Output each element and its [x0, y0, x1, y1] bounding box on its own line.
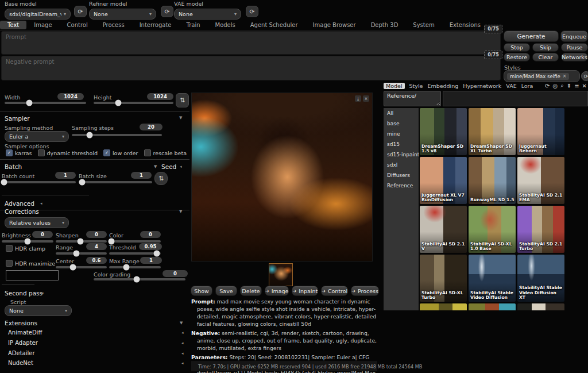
- model-card[interactable]: StabilityAI SD 2.1 EMA: [517, 157, 564, 204]
- model-card[interactable]: StabilityAI SD 2.1 Turbo: [517, 206, 564, 253]
- image-thumbnail[interactable]: [269, 263, 293, 286]
- list-view-icon[interactable]: ≡: [574, 83, 579, 89]
- details-icon[interactable]: ◎: [552, 83, 558, 89]
- save-button[interactable]: Save: [215, 286, 237, 296]
- max-range-slider[interactable]: [109, 266, 161, 268]
- tab-text[interactable]: Text: [0, 21, 26, 29]
- model-card[interactable]: [420, 303, 467, 310]
- styles-refresh-button[interactable]: ⟳: [581, 71, 588, 81]
- color-slider[interactable]: [109, 240, 161, 243]
- color-grading-slider[interactable]: [94, 278, 185, 280]
- model-card[interactable]: DreamShaper SD XL Turbo: [469, 108, 516, 155]
- restore-button[interactable]: Restore: [504, 53, 530, 61]
- extension-nudenet[interactable]: NudeNet: [8, 360, 33, 366]
- search-icon[interactable]: ⌕: [560, 82, 564, 89]
- send-to-control-button[interactable]: ➔Control: [321, 286, 348, 296]
- folder-base[interactable]: base: [384, 118, 419, 129]
- send-to-inpaint-button[interactable]: ➔Inpaint: [292, 286, 318, 296]
- hdr-clamp-checkbox[interactable]: ✓HDR clamp: [6, 245, 45, 252]
- model-card[interactable]: StabilityAI Stable Video Diffusion XT: [517, 255, 564, 302]
- rescale-beta-checkbox[interactable]: ✓rescale beta: [144, 149, 187, 156]
- refresh-icon[interactable]: ⟳: [545, 83, 550, 89]
- base-model-refresh-button[interactable]: ⟳: [74, 6, 87, 17]
- script-dropdown[interactable]: None ▾: [5, 305, 72, 316]
- batch-size-slider[interactable]: [79, 181, 152, 183]
- model-card[interactable]: RunwayML SD 1.5: [469, 157, 516, 204]
- slider-handle[interactable]: [115, 100, 122, 106]
- refiner-model-refresh-button[interactable]: ⟳: [161, 6, 173, 17]
- networks-tab-style[interactable]: Style: [409, 83, 423, 89]
- folder-diffusers[interactable]: Diffusers: [384, 170, 419, 180]
- slider-handle[interactable]: [79, 179, 86, 186]
- model-card[interactable]: StabilityAI SD 2.1 V: [420, 206, 467, 253]
- range-slider[interactable]: [56, 252, 107, 255]
- slider-handle[interactable]: [70, 264, 76, 271]
- expand-ip-adapter-icon[interactable]: ◂: [181, 341, 184, 345]
- advanced-section-label[interactable]: Advanced: [5, 200, 34, 207]
- networks-tab-hypernetwork[interactable]: Hypernetwork: [463, 83, 501, 89]
- dynamic-threshold-checkbox[interactable]: ✓dynamic threshold: [38, 149, 98, 156]
- styles-dropdown[interactable]: mine/Mad Max selfie ×: [504, 70, 580, 82]
- checkbox[interactable]: ✓: [144, 149, 151, 156]
- download-image-button[interactable]: ⤓: [355, 95, 361, 102]
- expand-advanced-icon[interactable]: ◂: [40, 201, 42, 206]
- tab-system[interactable]: System: [405, 21, 442, 29]
- slider-handle[interactable]: [77, 239, 83, 245]
- slider-handle[interactable]: [25, 239, 31, 245]
- vae-model-refresh-button[interactable]: ⟳: [246, 6, 258, 17]
- refiner-model-dropdown[interactable]: None ▾: [89, 9, 156, 20]
- karras-checkbox[interactable]: ✓karras: [6, 149, 32, 156]
- folder-reference[interactable]: Reference: [384, 180, 419, 191]
- center-slider[interactable]: [56, 266, 107, 268]
- extension-animatediff[interactable]: AnimateDiff: [8, 329, 42, 336]
- generated-image[interactable]: ⤓ ✕: [191, 93, 373, 262]
- collapse-sampler-icon[interactable]: ▼: [179, 116, 182, 120]
- skip-button[interactable]: Skip: [532, 43, 559, 52]
- second-pass-section-label[interactable]: Second pass: [5, 290, 42, 297]
- width-slider[interactable]: [5, 102, 86, 104]
- sampling-steps-slider[interactable]: [72, 134, 162, 136]
- slider-handle[interactable]: [1, 179, 7, 186]
- show-button[interactable]: Show: [191, 286, 212, 296]
- networks-button[interactable]: Networks: [561, 53, 588, 61]
- close-icon[interactable]: ✕: [582, 83, 587, 89]
- slider-handle[interactable]: [87, 132, 93, 139]
- checkbox[interactable]: ✓: [38, 149, 45, 156]
- slider-handle[interactable]: [26, 100, 32, 106]
- model-card[interactable]: Juggernaut XL V7 RunDiffusion: [420, 157, 467, 204]
- extension-adetailer[interactable]: ADetailer: [8, 350, 35, 356]
- remove-style-icon[interactable]: ×: [563, 74, 567, 79]
- folder-sdxl[interactable]: sdxl: [384, 160, 419, 170]
- clear-button[interactable]: Clear: [532, 53, 559, 61]
- stop-button[interactable]: Stop: [504, 43, 530, 52]
- checkbox[interactable]: ✓: [6, 149, 13, 156]
- sampling-method-dropdown[interactable]: Euler a ▾: [5, 131, 69, 142]
- folder-all[interactable]: All: [384, 108, 419, 118]
- model-card[interactable]: StabilityAI SD-XL Turbo: [420, 255, 467, 302]
- model-card[interactable]: StabilityAI SD-XL 1.0 Base: [469, 206, 516, 253]
- expand-second-pass-icon[interactable]: ◂: [41, 291, 44, 295]
- tab-extensions[interactable]: Extensions: [442, 21, 488, 29]
- enqueue-button[interactable]: Enqueue: [560, 30, 588, 42]
- collapse-corrections-icon[interactable]: ▼: [179, 209, 182, 214]
- seed-section-label[interactable]: Seed: [161, 163, 176, 170]
- networks-tab-embedding[interactable]: Embedding: [427, 83, 458, 89]
- threshold-slider[interactable]: [109, 252, 161, 255]
- slider-handle[interactable]: [153, 251, 160, 257]
- tab-image[interactable]: Image: [26, 21, 59, 29]
- swap-dimensions-button[interactable]: ⇅: [176, 93, 189, 107]
- prompt-input[interactable]: [1, 31, 501, 55]
- folder-mine[interactable]: mine: [384, 129, 419, 139]
- sharpen-slider[interactable]: [56, 240, 107, 243]
- extension-ip-adapter[interactable]: IP Adapter: [8, 340, 38, 346]
- tab-models[interactable]: Models: [208, 21, 243, 29]
- pause-button[interactable]: Pause: [561, 43, 588, 52]
- style-tag[interactable]: mine/Mad Max selfie ×: [507, 73, 569, 80]
- negative-prompt-input[interactable]: [1, 56, 501, 80]
- tab-image-browser[interactable]: Image Browser: [305, 21, 363, 29]
- checkbox[interactable]: ✓: [103, 149, 110, 156]
- networks-tab-vae[interactable]: VAE: [506, 83, 516, 89]
- batch-count-slider[interactable]: [2, 181, 76, 183]
- base-model-dropdown[interactable]: sdxl/digitalDream_v11 [6948 ▾: [5, 9, 71, 20]
- expand-nudenet-icon[interactable]: ◂: [181, 361, 184, 366]
